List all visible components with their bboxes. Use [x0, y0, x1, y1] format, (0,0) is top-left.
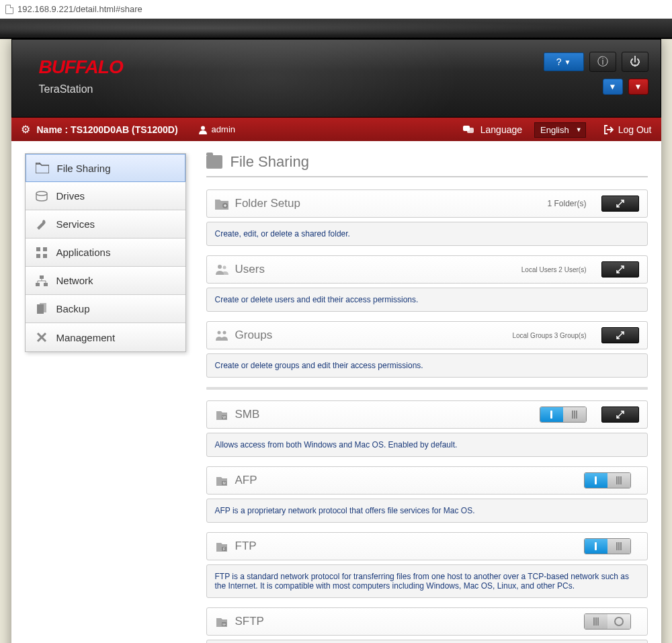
- svg-rect-2: [467, 128, 474, 133]
- svg-rect-8: [40, 275, 44, 279]
- power-icon: ⏻: [630, 56, 640, 68]
- url-text: 192.168.9.221/detail.html#share: [17, 4, 142, 14]
- svg-rect-9: [36, 283, 40, 286]
- info-button[interactable]: ⓘ: [589, 52, 616, 72]
- current-user: admin: [198, 124, 235, 134]
- help-button[interactable]: ? ▼: [544, 52, 584, 71]
- card-description: Create or delete users and edit their ac…: [206, 288, 648, 312]
- sidebar-item-services[interactable]: Services: [26, 210, 185, 239]
- dropdown-blue-button[interactable]: ▼: [603, 79, 623, 95]
- card-title: Folder Setup: [235, 197, 300, 210]
- protocol-icon: SF: [215, 615, 228, 628]
- section-title: File Sharing: [206, 153, 648, 177]
- svg-rect-5: [43, 247, 47, 251]
- logout-button[interactable]: Log Out: [603, 124, 652, 135]
- protocol-icon: F: [215, 540, 228, 553]
- card-smb: W SMB: [206, 400, 648, 429]
- svg-rect-4: [36, 247, 40, 251]
- card-title: SFTP: [235, 615, 264, 628]
- dropdown-red-button[interactable]: ▼: [628, 79, 648, 95]
- sidebar-item-file-sharing[interactable]: File Sharing: [26, 154, 185, 182]
- network-icon: [35, 275, 48, 287]
- card-description: Create or delete groups and edit their a…: [206, 353, 648, 378]
- folder-icon: [36, 162, 49, 174]
- sidebar-item-backup[interactable]: Backup: [26, 295, 185, 323]
- sidebar-item-label: Applications: [56, 247, 111, 258]
- chevron-down-icon: ▼: [634, 82, 642, 91]
- svg-point-15: [222, 266, 226, 269]
- svg-point-3: [36, 191, 47, 196]
- sidebar-item-label: Management: [56, 332, 116, 343]
- sftp-toggle[interactable]: [584, 613, 631, 630]
- sidebar-item-applications[interactable]: Applications: [26, 239, 185, 267]
- smb-toggle[interactable]: [540, 406, 587, 423]
- svg-point-14: [218, 265, 222, 269]
- user-icon: [198, 125, 208, 134]
- status-bar: ⚙ Name : TS1200D0AB (TS1200D) admin Lang…: [11, 118, 661, 141]
- card-description: FTP is a standard network protocol for t…: [206, 564, 648, 598]
- chevron-down-icon: ▼: [564, 58, 571, 66]
- svg-text:F: F: [222, 547, 224, 551]
- card-meta: Local Users 2 User(s): [521, 266, 587, 273]
- card-title: Users: [235, 263, 265, 276]
- svg-rect-6: [36, 254, 40, 258]
- card-afp: M AFP: [206, 466, 648, 495]
- section-divider: [206, 387, 648, 390]
- card-description: Create, edit, or delete a shared folder.: [206, 222, 648, 246]
- help-label: ?: [556, 56, 562, 67]
- card-sftp: SF SFTP: [206, 607, 648, 636]
- sidebar-item-drives[interactable]: Drives: [26, 182, 185, 210]
- language-icon: [463, 125, 474, 134]
- sidebar-item-label: Backup: [56, 303, 90, 314]
- card-folder-setup: Folder Setup 1 Folder(s): [206, 189, 648, 218]
- backup-icon: [35, 303, 48, 315]
- card-title: Groups: [235, 329, 273, 342]
- card-groups: Groups Local Groups 3 Group(s): [206, 321, 648, 349]
- browser-address-bar[interactable]: 192.168.9.221/detail.html#share: [0, 0, 672, 19]
- language-label: Language: [480, 124, 522, 135]
- brand-logo: BUFFALO: [39, 56, 123, 78]
- wrench-icon: [35, 218, 48, 230]
- card-description: Allows access from both Windows and Mac …: [206, 433, 648, 457]
- card-description: SFTP (Secure FTP) is a network protocol …: [206, 640, 648, 643]
- expand-button[interactable]: [601, 196, 639, 212]
- page-icon: [5, 5, 13, 14]
- users-icon: [215, 263, 228, 276]
- sidebar-item-management[interactable]: Management: [26, 323, 185, 351]
- sidebar-item-network[interactable]: Network: [26, 267, 185, 295]
- svg-rect-10: [44, 283, 48, 286]
- product-name: TeraStation: [39, 83, 123, 95]
- power-button[interactable]: ⏻: [622, 52, 648, 72]
- folder-icon: [206, 155, 222, 169]
- svg-point-0: [201, 126, 205, 130]
- svg-text:W: W: [222, 415, 226, 419]
- expand-button[interactable]: [601, 261, 639, 277]
- device-name-label: Name : TS1200D0AB (TS1200D): [37, 124, 178, 135]
- language-select[interactable]: English: [534, 122, 586, 138]
- expand-button[interactable]: [601, 406, 639, 423]
- sidebar: File Sharing Drives Services Application…: [25, 153, 186, 352]
- sidebar-item-label: Services: [56, 218, 95, 230]
- card-meta: 1 Folder(s): [547, 199, 586, 208]
- sidebar-item-label: Drives: [56, 190, 85, 202]
- apps-icon: [35, 247, 48, 259]
- card-title: FTP: [235, 540, 257, 553]
- card-users: Users Local Users 2 User(s): [206, 255, 648, 284]
- info-icon: ⓘ: [597, 55, 608, 69]
- folder-plus-icon: [215, 197, 228, 210]
- card-title: SMB: [235, 408, 260, 421]
- protocol-icon: W: [215, 408, 228, 421]
- chevron-down-icon: ▼: [609, 82, 617, 91]
- gear-icon[interactable]: ⚙: [21, 123, 30, 136]
- background-strip: [0, 19, 672, 39]
- drive-icon: [35, 190, 48, 202]
- expand-button[interactable]: [601, 327, 639, 343]
- ftp-toggle[interactable]: [584, 538, 631, 554]
- afp-toggle[interactable]: [584, 472, 631, 488]
- svg-text:M: M: [222, 481, 225, 485]
- svg-point-16: [217, 331, 220, 335]
- sidebar-item-label: File Sharing: [57, 163, 111, 174]
- card-ftp: F FTP: [206, 532, 648, 560]
- card-title: AFP: [235, 474, 257, 487]
- protocol-icon: M: [215, 474, 228, 487]
